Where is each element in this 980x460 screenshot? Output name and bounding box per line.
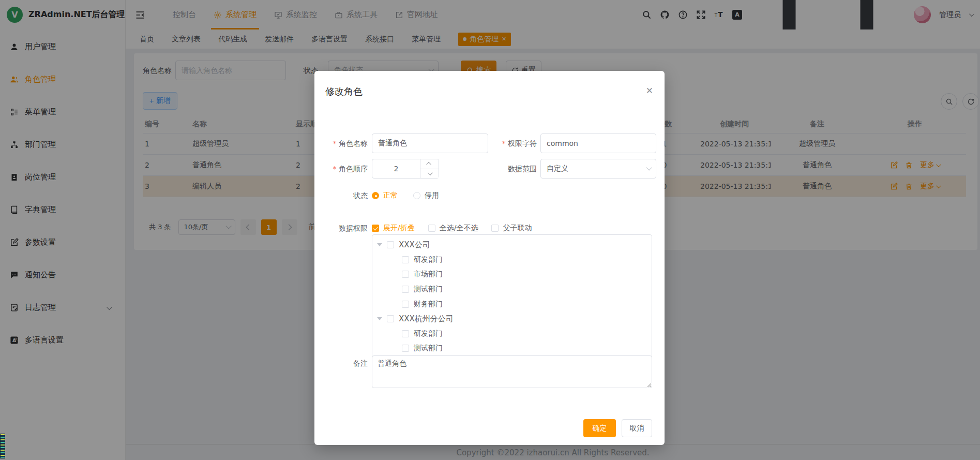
checkbox-icon[interactable] xyxy=(402,286,409,293)
tree-node[interactable]: XXX公司 xyxy=(372,238,652,253)
data-scope-select[interactable]: 自定义 xyxy=(540,159,656,179)
role-order-label: 角色顺序 xyxy=(314,159,368,179)
checkbox-icon[interactable] xyxy=(402,256,409,263)
status-label: 状态 xyxy=(314,186,368,205)
form-row-1: 角色名称 权限字符 xyxy=(314,133,652,153)
app-root: V ZRAdmin.NET后台管理 用户管理 角色管理 菜单管理 部门管理 xyxy=(0,0,980,460)
radio-icon xyxy=(413,192,420,199)
data-scope-label: 数据范围 xyxy=(488,159,537,179)
decrement-button[interactable] xyxy=(420,169,439,179)
radio-label: 正常 xyxy=(383,191,398,200)
tree-node-label: 测试部门 xyxy=(414,285,443,294)
chevron-down-icon xyxy=(428,170,433,175)
checkbox-select-all[interactable]: 全选/全不选 xyxy=(428,224,478,233)
form-row-status: 状态 正常 停用 xyxy=(314,186,652,205)
radio-icon xyxy=(372,192,379,199)
role-order-value: 2 xyxy=(372,159,420,178)
tree-node[interactable]: 研发部门 xyxy=(372,253,652,268)
checkbox-icon xyxy=(428,225,435,232)
checkbox-icon[interactable] xyxy=(402,345,409,352)
tree-node-label: 研发部门 xyxy=(414,329,443,338)
tree-node[interactable]: 研发部门 xyxy=(372,327,652,342)
caret-down-icon[interactable] xyxy=(377,243,382,246)
checkbox-icon[interactable] xyxy=(387,315,394,322)
checkbox-icon[interactable] xyxy=(387,241,394,248)
perm-char-label: 权限字符 xyxy=(488,133,537,153)
tree-node-label: 市场部门 xyxy=(414,270,443,279)
checkbox-parent-child-link[interactable]: 父子联动 xyxy=(491,224,532,233)
tree-node[interactable]: XXX杭州分公司 xyxy=(372,311,652,327)
dept-tree: XXX公司 研发部门 市场部门 测试部门 财务部门 XXX杭州分公司 xyxy=(372,234,652,358)
stepper-buttons xyxy=(420,159,439,178)
dev-stats-badge xyxy=(0,434,5,458)
checkbox-label: 父子联动 xyxy=(503,224,532,233)
tree-node[interactable]: 财务部门 xyxy=(372,296,652,311)
remark-label: 备注 xyxy=(314,359,368,368)
checkbox-icon xyxy=(372,225,379,232)
perm-char-input[interactable] xyxy=(540,133,656,153)
close-icon[interactable]: ✕ xyxy=(646,86,653,95)
tree-node-label: 测试部门 xyxy=(414,344,443,353)
radio-label: 停用 xyxy=(425,191,439,200)
role-order-stepper[interactable]: 2 xyxy=(372,159,439,179)
chevron-down-icon xyxy=(646,165,652,170)
chevron-up-icon xyxy=(426,162,431,167)
role-name-input[interactable] xyxy=(372,133,488,153)
checkbox-label: 展开/折叠 xyxy=(383,224,415,233)
tree-node[interactable]: 测试部门 xyxy=(372,341,652,356)
dialog-title: 修改角色 xyxy=(325,85,363,98)
form-row-2: 角色顺序 2 数据范围 自定义 xyxy=(314,159,652,179)
remark-textarea[interactable]: 普通角色 xyxy=(372,355,652,388)
tree-node-label: XXX杭州分公司 xyxy=(399,314,454,324)
checkbox-icon[interactable] xyxy=(402,301,409,308)
confirm-button[interactable]: 确定 xyxy=(583,419,616,437)
caret-down-icon[interactable] xyxy=(377,317,382,320)
status-radio-group: 正常 停用 xyxy=(372,186,439,205)
checkbox-icon[interactable] xyxy=(402,330,409,337)
data-perm-label: 数据权限 xyxy=(314,218,368,238)
tree-node-label: 财务部门 xyxy=(414,300,443,309)
tree-node-label: 研发部门 xyxy=(414,255,443,264)
checkbox-icon[interactable] xyxy=(402,271,409,278)
tree-node-label: XXX公司 xyxy=(399,240,430,250)
radio-status-disabled[interactable]: 停用 xyxy=(413,191,439,200)
data-scope-value: 自定义 xyxy=(547,164,568,173)
increment-button[interactable] xyxy=(420,159,439,169)
checkbox-icon xyxy=(491,225,499,232)
radio-status-normal[interactable]: 正常 xyxy=(372,191,398,200)
tree-node[interactable]: 测试部门 xyxy=(372,282,652,297)
role-name-label: 角色名称 xyxy=(314,133,368,153)
cancel-button[interactable]: 取消 xyxy=(622,419,652,437)
checkbox-label: 全选/全不选 xyxy=(440,224,478,233)
edit-role-dialog: 修改角色 ✕ 角色名称 权限字符 角色顺序 2 数据范围 自定义 xyxy=(314,71,665,445)
tree-node[interactable]: 市场部门 xyxy=(372,267,652,282)
checkbox-expand-collapse[interactable]: 展开/折叠 xyxy=(372,224,415,233)
